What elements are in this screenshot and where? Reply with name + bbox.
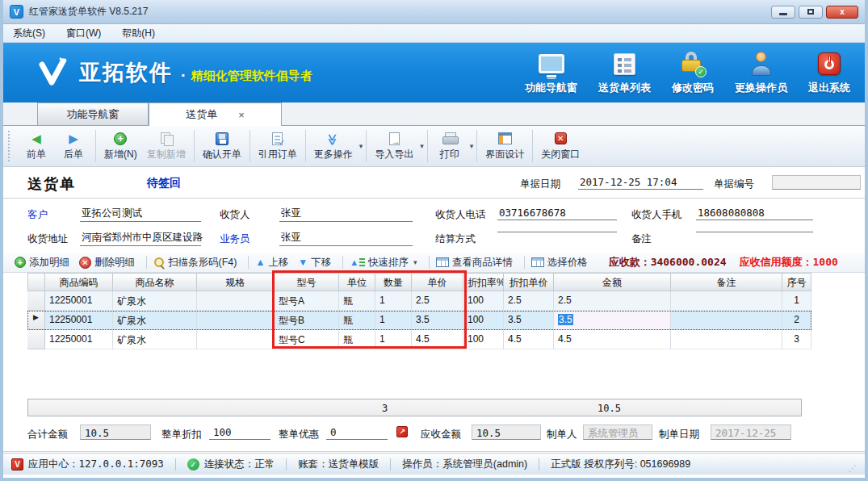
copy-new-button[interactable]: 复制新增 [142, 130, 191, 163]
close-window-button[interactable]: ✕ 关闭窗口 [536, 130, 585, 163]
table-cell[interactable]: 1 [375, 330, 412, 349]
table-row[interactable]: 12250001矿泉水型号C瓶14.51004.54.53 [27, 330, 811, 349]
add-detail-button[interactable]: + 添加明细 [15, 256, 69, 270]
recalc-icon[interactable]: ↗ [396, 426, 408, 437]
next-doc-button[interactable]: ▶ 后单 [55, 130, 92, 163]
table-cell[interactable]: 矿泉水 [113, 330, 197, 349]
table-cell[interactable]: 4.5 [554, 330, 671, 349]
exit-system-button[interactable]: 退出系统 [808, 50, 850, 95]
table-cell[interactable]: 12250001 [45, 330, 113, 349]
discount-field[interactable]: 100 [209, 425, 270, 440]
table-cell[interactable]: 100 [463, 291, 504, 311]
move-up-button[interactable]: ▲ 上移 [255, 256, 288, 270]
tab-nav-window[interactable]: 功能导航窗 [37, 102, 149, 125]
select-price-button[interactable]: 选择价格 [531, 256, 588, 270]
table-row[interactable]: ▶12250001矿泉水型号B瓶13.51003.53.52 [27, 311, 811, 330]
column-header-6[interactable]: 数量 [375, 273, 412, 291]
quick-sort-button[interactable]: ▲ 快速排序 ▾ [350, 256, 417, 270]
table-row[interactable]: 12250001矿泉水型号A瓶12.51002.52.51 [27, 291, 811, 311]
settle-field[interactable] [497, 231, 617, 232]
table-cell[interactable]: 瓶 [339, 291, 375, 311]
table-cell[interactable]: 1 [782, 291, 811, 311]
table-cell[interactable]: 100 [463, 330, 504, 349]
customer-label[interactable]: 客户 [27, 208, 48, 222]
table-cell[interactable]: 2 [782, 311, 811, 330]
table-cell[interactable] [197, 311, 275, 330]
table-cell[interactable]: 矿泉水 [113, 291, 197, 311]
view-product-button[interactable]: 查看商品详情 [436, 256, 513, 270]
import-export-caret-icon[interactable]: ▾ [420, 142, 424, 150]
new-button[interactable]: + 新增(N) [99, 130, 142, 163]
column-header-9[interactable]: 折扣单价 [504, 273, 554, 291]
table-cell[interactable]: 3.5 [554, 311, 671, 330]
table-cell[interactable]: 2.5 [554, 291, 671, 311]
print-button[interactable]: 打印 [431, 130, 468, 163]
tab-close-icon[interactable]: × [238, 109, 245, 121]
table-cell[interactable]: 矿泉水 [113, 311, 197, 330]
reduce-field[interactable]: 0 [326, 425, 388, 440]
reference-order-button[interactable]: ✓ 引用订单 [254, 130, 302, 163]
table-cell[interactable]: 12250001 [45, 311, 113, 330]
table-cell[interactable] [197, 330, 275, 349]
table-cell[interactable]: 型号B [275, 311, 339, 330]
table-cell[interactable]: 100 [463, 311, 504, 330]
due-field[interactable]: 10.5 [472, 425, 541, 440]
phone-field[interactable]: 03716678678 [497, 207, 617, 220]
table-cell[interactable]: 3.5 [504, 311, 554, 330]
maximize-button[interactable] [799, 6, 823, 19]
doc-no-field[interactable] [772, 175, 861, 190]
receiver-field[interactable]: 张亚 [279, 207, 413, 222]
minimize-button[interactable] [771, 6, 795, 19]
table-cell[interactable]: 1 [375, 311, 412, 330]
table-cell[interactable]: 4.5 [504, 330, 554, 349]
editing-cell-selection[interactable]: 3.5 [558, 314, 573, 325]
delivery-list-button[interactable]: 送货单列表 [598, 50, 651, 95]
column-header-3[interactable]: 规格 [197, 273, 275, 291]
column-header-7[interactable]: 单价 [412, 273, 463, 291]
column-header-4[interactable]: 型号 [275, 273, 339, 291]
salesman-label[interactable]: 业务员 [220, 232, 250, 246]
table-cell[interactable]: 瓶 [339, 330, 375, 349]
table-cell[interactable]: 型号C [275, 330, 339, 349]
column-header-8[interactable]: 折扣率% [463, 273, 504, 291]
table-cell[interactable] [197, 291, 275, 311]
toolbar-grip[interactable] [8, 131, 11, 161]
menu-system[interactable]: 系统(S) [13, 27, 45, 40]
table-cell[interactable]: 3.5 [412, 311, 463, 330]
prev-doc-button[interactable]: ◀ 前单 [18, 130, 55, 163]
switch-operator-button[interactable]: 更换操作员 [735, 50, 787, 95]
mobile-field[interactable]: 18608080808 [696, 207, 813, 220]
scan-barcode-button[interactable]: 扫描条形码(F4) [153, 256, 237, 270]
menu-help[interactable]: 帮助(H) [122, 27, 155, 40]
table-cell[interactable]: 1 [375, 291, 412, 311]
doc-date-field[interactable]: 2017-12-25 17:04 [578, 176, 703, 190]
print-caret-icon[interactable]: ▾ [470, 142, 474, 150]
total-field[interactable]: 10.5 [80, 425, 151, 440]
note-field[interactable] [696, 231, 813, 232]
column-header-1[interactable]: 商品编码 [45, 273, 113, 291]
table-cell[interactable] [671, 330, 782, 349]
resize-grip[interactable]: ⋰ [849, 464, 857, 475]
customer-field[interactable]: 亚拓公司测试 [80, 207, 201, 222]
address-field[interactable]: 河南省郑州市中原区建设路 [80, 231, 201, 246]
table-cell[interactable]: 型号A [275, 291, 339, 311]
import-export-button[interactable]: 导入导出 [370, 130, 418, 163]
column-header-12[interactable]: 序号 [782, 273, 811, 291]
table-cell[interactable]: 3 [782, 330, 811, 349]
column-header-11[interactable]: 备注 [671, 273, 782, 291]
move-down-button[interactable]: ▼ 下移 [298, 256, 331, 270]
close-button[interactable]: x [826, 6, 858, 19]
tab-delivery-note[interactable]: 送货单 × [149, 102, 282, 126]
column-header-10[interactable]: 金额 [554, 273, 671, 291]
table-cell[interactable]: 4.5 [412, 330, 463, 349]
column-header-2[interactable]: 商品名称 [113, 273, 197, 291]
more-actions-button[interactable]: ≫ 更多操作 [309, 130, 358, 163]
confirm-button[interactable]: 确认开单 [198, 130, 246, 163]
salesman-field[interactable]: 张亚 [279, 231, 413, 246]
table-cell[interactable]: 瓶 [339, 311, 375, 330]
change-password-button[interactable]: ✓ 修改密码 [672, 50, 714, 95]
nav-window-button[interactable]: 功能导航窗 [525, 50, 577, 95]
table-cell[interactable] [671, 311, 782, 330]
more-actions-caret-icon[interactable]: ▾ [359, 142, 363, 150]
table-cell[interactable]: 2.5 [504, 291, 554, 311]
